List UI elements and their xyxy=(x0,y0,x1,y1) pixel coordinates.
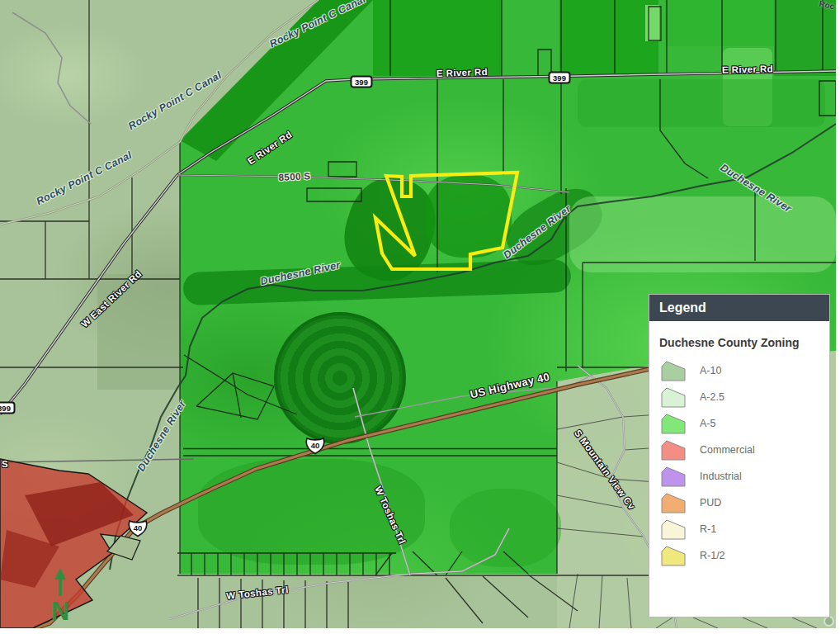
legend-item-label: A-10 xyxy=(700,365,721,376)
legend-item-a10: A-10 xyxy=(661,357,829,384)
legend-item-industrial: Industrial xyxy=(661,463,829,490)
legend-swatch-icon xyxy=(661,440,686,461)
legend-swatch-icon xyxy=(661,466,686,487)
route-shield-399: 399 xyxy=(0,402,16,414)
legend-item-r1: R-1 xyxy=(661,516,829,542)
legend-header-text: Legend xyxy=(659,300,706,315)
legend-panel: Legend Duchesne County Zoning A-10 A-2.5… xyxy=(649,294,830,617)
route-shield-399: 399 xyxy=(351,76,373,88)
screenshot: E River Rd E River Rd E River Rd W East … xyxy=(0,0,840,634)
legend-item-label: R-1 xyxy=(700,523,716,535)
svg-text:40: 40 xyxy=(134,523,143,532)
legend-item-label: A-5 xyxy=(700,418,715,429)
legend-item-label: Industrial xyxy=(700,471,742,482)
legend-item-a25: A-2.5 xyxy=(661,384,829,410)
legend-item-r12: R-1/2 xyxy=(661,542,829,569)
route-shield-us-40: 40 xyxy=(127,518,149,538)
legend-swatch-icon xyxy=(661,546,686,566)
route-shield-us-40: 40 xyxy=(304,436,326,456)
legend-header: Legend xyxy=(649,295,829,321)
legend-swatch-icon xyxy=(661,519,686,540)
legend-swatch-icon xyxy=(661,387,686,408)
legend-swatch-icon xyxy=(661,361,686,381)
route-shield-399: 399 xyxy=(549,72,571,84)
north-arrow: N xyxy=(41,568,79,626)
legend-item-label: R-1/2 xyxy=(700,550,725,561)
legend-swatch-icon xyxy=(661,493,686,513)
legend-layer-title: Duchesne County Zoning xyxy=(659,336,829,349)
rocky-point-canal-line xyxy=(0,0,319,225)
legend-item-commercial: Commercial xyxy=(661,437,829,463)
legend-items: A-10 A-2.5 A-5 Commercial Industrial PUD xyxy=(661,357,829,569)
legend-swatch-icon xyxy=(661,414,686,434)
north-arrow-icon xyxy=(50,568,70,598)
north-label: N xyxy=(41,601,79,622)
legend-item-label: A-2.5 xyxy=(700,391,724,403)
legend-item-pud: PUD xyxy=(661,490,829,516)
legend-item-a5: A-5 xyxy=(661,410,829,437)
selected-parcel-outline[interactable] xyxy=(375,173,517,269)
legend-item-label: PUD xyxy=(700,497,721,509)
legend-item-label: Commercial xyxy=(700,444,755,456)
svg-text:40: 40 xyxy=(311,441,320,450)
